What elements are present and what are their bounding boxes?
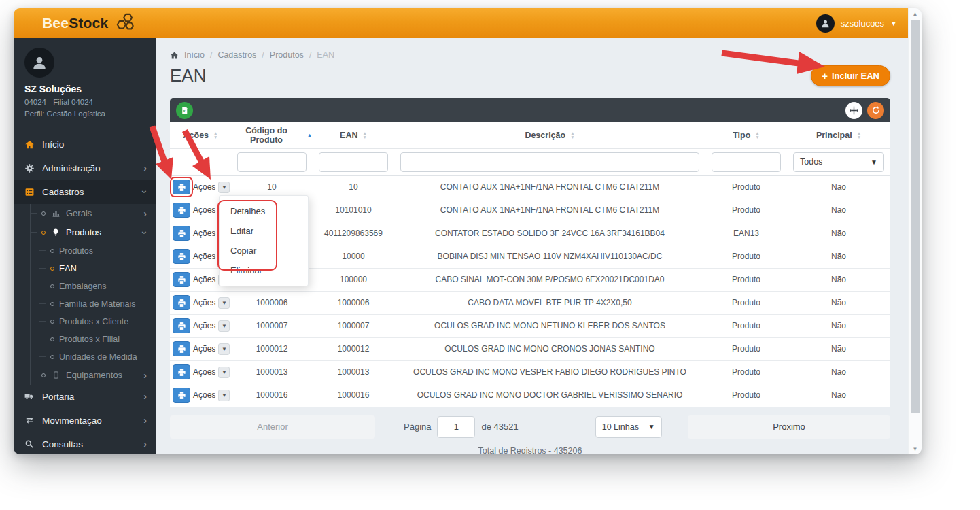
column-header-principal[interactable]: Principal▲▼ [787,122,890,148]
menu-item-editar[interactable]: Editar [220,221,308,241]
sidebar-item-produtos-x-filial[interactable]: Produtos x Filial [39,330,156,348]
acoes-dropdown-toggle[interactable]: ▼ [218,297,230,309]
sidebar-item-inicio[interactable]: Início [14,133,156,156]
print-row-button[interactable] [173,364,190,379]
sidebar-item-portaria[interactable]: Portaria › [14,385,156,409]
chevron-down-icon: ▼ [648,423,655,430]
sidebar-item-label: Produtos x Cliente [59,317,128,326]
table-row: Ações▼ 1000012 1000012 OCULOS GRAD INC M… [170,337,890,360]
acoes-dropdown-toggle[interactable]: ▼ [218,343,230,355]
home-icon [23,139,35,150]
export-excel-button[interactable]: x [176,102,193,119]
descricao-cell: CONTATO AUX 1NA+1NF/1NA FRONTAL CTM6 CTA… [394,175,705,199]
sidebar-item-administracao[interactable]: Administração › [14,156,156,180]
sidebar-item-equipamentos[interactable]: Equipamentos › [31,366,156,385]
print-row-button[interactable] [173,203,190,218]
principal-cell: Não [787,199,890,222]
bullet-icon [50,267,54,271]
sidebar-item-embalagens[interactable]: Embalagens [39,277,156,295]
acoes-dropdown-toggle[interactable]: ▼ [218,367,230,378]
descricao-cell: CONTATOR ESTADO SOLIDO 3F 24VCC 16A 3RF3… [394,222,705,245]
codigo-cell: 1000012 [231,337,313,360]
acoes-dropdown-label: Ações [193,298,215,307]
descricao-filter-input[interactable] [400,152,699,172]
breadcrumb-produtos[interactable]: Produtos [256,50,304,60]
vertical-scrollbar[interactable]: ▲ ▼ [908,8,922,454]
descricao-cell: BOBINA DISJ MIN TENSAO 110V NZM4XAHIV110… [394,245,705,268]
chevron-down-icon: › [143,186,147,197]
menu-item-copiar[interactable]: Copiar [220,241,308,260]
lines-per-page-select[interactable]: 10 Linhas▼ [595,416,662,438]
principal-cell: Não [787,175,890,199]
print-row-button[interactable] [173,180,190,194]
descricao-cell: CABO SINAL MOT-CON 30M P/POSMO 6FX20021D… [394,268,705,291]
print-row-button[interactable] [173,249,190,264]
refresh-button[interactable] [867,102,884,119]
page-number-input[interactable] [437,416,475,438]
lightbulb-icon [50,228,61,237]
sidebar-item-produtos-group[interactable]: Produtos › [31,223,156,242]
logo-text-bee: Bee [42,15,69,31]
table-card: x Ações▲▼ [170,98,890,407]
profile-branch: 04024 - Filial 04024 [24,97,145,108]
column-header-ean[interactable]: EAN▲▼ [313,122,394,148]
principal-cell: Não [787,291,890,314]
sidebar-item-gerais[interactable]: Gerais › [31,204,156,223]
acoes-dropdown-toggle[interactable]: ▼ [218,182,230,193]
user-menu[interactable]: szsolucoes ▼ [816,14,897,33]
menu-item-detalhes[interactable]: Detalhes [220,201,308,221]
principal-cell: Não [787,360,890,384]
ean-filter-input[interactable] [319,152,388,172]
print-row-button[interactable] [173,388,190,403]
acoes-dropdown-toggle[interactable]: ▼ [218,320,230,332]
tipo-filter-input[interactable] [712,152,781,172]
print-row-button[interactable] [173,226,190,241]
table-row: Ações▼ 1000016 1000016 OCULOS GRAD INC M… [170,384,890,407]
sidebar-item-movimentacao[interactable]: Movimentação › [14,409,156,432]
sidebar-item-consultas[interactable]: Consultas › [14,432,156,455]
scrollbar-thumb[interactable] [911,20,920,413]
expand-columns-button[interactable] [845,102,862,119]
app-header: BeeStock szsolucoes ▼ [14,8,908,38]
menu-item-eliminar[interactable]: Eliminar [220,260,308,280]
print-row-button[interactable] [173,341,190,356]
previous-page-button[interactable]: Anterior [170,415,375,439]
sidebar-item-label: Portaria [42,392,74,402]
incluir-ean-button[interactable]: + Incluir EAN [811,65,890,86]
ean-cell: 1000012 [313,337,394,360]
column-header-acoes[interactable]: Ações▲▼ [170,122,231,148]
acoes-dropdown-toggle[interactable]: ▼ [218,390,230,401]
sidebar-item-produtos[interactable]: Produtos [39,242,156,260]
breadcrumb-inicio[interactable]: Início [184,50,205,60]
print-row-button[interactable] [173,272,190,287]
sidebar-item-produtos-x-cliente[interactable]: Produtos x Cliente [39,313,156,330]
scroll-up-icon[interactable]: ▲ [909,8,922,19]
next-page-button[interactable]: Próximo [688,415,890,439]
acoes-dropdown-label: Ações [193,321,215,330]
column-header-tipo[interactable]: Tipo▲▼ [705,122,787,148]
home-icon[interactable] [170,51,179,60]
descricao-cell: OCULOS GRAD INC MONO DOCTOR GABRIEL VERI… [394,384,705,407]
sidebar-item-label: Equipamentos [66,370,122,380]
filter-row: Todos▼ [170,148,890,175]
principal-cell: Não [787,314,890,337]
sidebar-item-familia-de-materiais[interactable]: Família de Materiais [39,295,156,313]
scroll-down-icon[interactable]: ▼ [909,443,922,454]
sidebar-item-label: Produtos [66,227,101,237]
principal-filter-select[interactable]: Todos▼ [793,152,884,172]
tipo-cell: Produto [705,268,787,291]
ean-cell: 4011209863569 [313,222,394,245]
print-row-button[interactable] [173,295,190,310]
codigo-filter-input[interactable] [237,152,307,172]
beestock-logo[interactable]: BeeStock [42,12,136,34]
column-header-codigo[interactable]: Código do Produto▲ [231,122,313,148]
column-header-descricao[interactable]: Descrição▲▼ [394,122,705,148]
sidebar-item-label: Consultas [42,439,83,449]
sidebar-item-cadastros[interactable]: Cadastros › [14,180,156,204]
profile-role: Perfil: Gestão Logística [24,108,145,120]
svg-text:x: x [183,108,185,112]
print-row-button[interactable] [173,318,190,333]
breadcrumb-cadastros[interactable]: Cadastros [205,50,256,60]
sidebar-item-unidades-de-medida[interactable]: Unidades de Medida [39,348,156,366]
sidebar-item-ean[interactable]: EAN [39,260,156,277]
